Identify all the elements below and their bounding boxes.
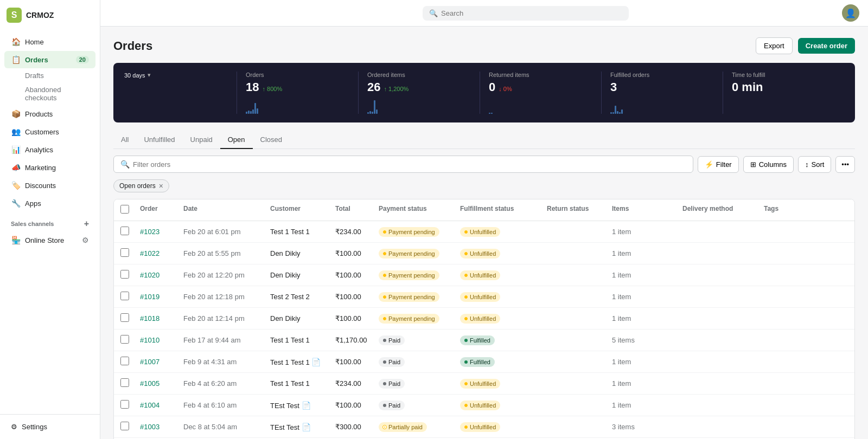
order-payment-status: Payment pending — [379, 227, 460, 237]
page-header: Orders Export Create order — [113, 37, 855, 54]
filter-search-input[interactable] — [133, 160, 686, 169]
table-row[interactable]: #1023 Feb 20 at 6:01 pm Test 1 Test 1 ₹2… — [114, 221, 854, 243]
order-number[interactable]: #1019 — [140, 293, 183, 301]
order-date: Feb 20 at 12:14 pm — [183, 314, 270, 322]
sidebar-item-settings[interactable]: ⚙ Settings — [4, 419, 95, 435]
tab-open[interactable]: Open — [220, 131, 253, 149]
table-row[interactable]: #1003 Dec 8 at 5:04 am TEst Test 📄 ₹300.… — [114, 416, 854, 438]
columns-button[interactable]: ⊞ Columns — [743, 156, 794, 173]
order-customer: Den Dikiy — [270, 249, 335, 257]
products-icon: 📦 — [11, 109, 21, 119]
order-number[interactable]: #1005 — [140, 379, 183, 388]
order-fulfillment-status: Fulfilled — [460, 357, 547, 367]
sidebar-item-orders[interactable]: 📋 Orders 20 — [4, 51, 95, 68]
search-bar[interactable]: 🔍 — [423, 6, 629, 21]
fulfilled-orders-chart — [610, 98, 714, 114]
sidebar-item-drafts[interactable]: Drafts — [4, 69, 95, 82]
open-orders-filter-tag[interactable]: Open orders × — [113, 179, 169, 192]
create-order-button[interactable]: Create order — [798, 38, 855, 54]
table-row[interactable]: #1004 Feb 4 at 6:10 am TEst Test 📄 ₹100.… — [114, 395, 854, 416]
more-options-button[interactable]: ••• — [835, 156, 855, 173]
table-row[interactable]: #1022 Feb 20 at 5:55 pm Den Dikiy ₹100.0… — [114, 243, 854, 264]
stats-bar: 30 days ▾ Orders 18 ↑ 800% Ordered items… — [113, 63, 855, 122]
avatar[interactable]: 👤 — [842, 4, 859, 22]
sidebar-item-customers[interactable]: 👥 Customers — [4, 123, 95, 140]
search-input[interactable] — [441, 9, 622, 17]
sidebar-item-online-store[interactable]: 🏪 Online Store ⚙ — [4, 231, 95, 249]
row-checkbox[interactable] — [120, 248, 129, 257]
order-items: 1 item — [612, 228, 682, 236]
payment-dot — [383, 425, 386, 429]
row-checkbox[interactable] — [120, 313, 129, 322]
row-checkbox[interactable] — [120, 292, 129, 300]
fulfillment-dot — [464, 339, 468, 342]
order-number[interactable]: #1022 — [140, 249, 183, 257]
order-number[interactable]: #1023 — [140, 228, 183, 236]
fulfillment-dot — [464, 252, 468, 255]
app-logo[interactable]: S CRMOZ — [0, 0, 100, 30]
sidebar-item-analytics[interactable]: 📊 Analytics — [4, 141, 95, 158]
tab-unpaid[interactable]: Unpaid — [183, 131, 220, 149]
order-fulfillment-status: Fulfilled — [460, 335, 547, 345]
order-number[interactable]: #1010 — [140, 336, 183, 344]
sidebar-item-discounts[interactable]: 🏷️ Discounts — [4, 177, 95, 194]
order-items: 1 item — [612, 314, 682, 322]
order-number[interactable]: #1004 — [140, 401, 183, 409]
order-number[interactable]: #1020 — [140, 271, 183, 279]
row-checkbox[interactable] — [120, 400, 129, 409]
store-settings-icon[interactable]: ⚙ — [82, 236, 89, 244]
row-checkbox[interactable] — [120, 227, 129, 235]
nav-label-apps: Apps — [25, 199, 41, 208]
sidebar-item-marketing[interactable]: 📣 Marketing — [4, 159, 95, 176]
order-number[interactable]: #1003 — [140, 423, 183, 431]
col-fulfillment-status: Fulfillment status — [460, 205, 547, 215]
stat-period[interactable]: 30 days ▾ — [124, 72, 237, 114]
tab-closed[interactable]: Closed — [253, 131, 290, 149]
sort-button[interactable]: ↕ Sort — [798, 156, 831, 173]
orders-chart — [246, 98, 349, 114]
table-row[interactable]: #1019 Feb 20 at 12:18 pm Test 2 Test 2 ₹… — [114, 286, 854, 308]
order-fulfillment-status: Unfulfilled — [460, 249, 547, 259]
filter-button[interactable]: ⚡ Filter — [698, 156, 739, 173]
sidebar-item-products[interactable]: 📦 Products — [4, 105, 95, 122]
fulfillment-status-badge: Unfulfilled — [460, 314, 500, 324]
row-checkbox[interactable] — [120, 335, 129, 344]
stat-orders: Orders 18 ↑ 800% — [237, 72, 359, 114]
tab-unfulfilled[interactable]: Unfulfilled — [136, 131, 182, 149]
sidebar-item-abandoned-checkouts[interactable]: Abandoned checkouts — [4, 83, 95, 105]
sidebar-item-home[interactable]: 🏠 Home — [4, 33, 95, 50]
add-sales-channel-icon[interactable]: + — [84, 219, 89, 229]
row-checkbox[interactable] — [120, 270, 129, 279]
nav-label-marketing: Marketing — [25, 164, 56, 172]
order-items: 1 item — [612, 293, 682, 301]
table-row[interactable]: #1010 Feb 17 at 9:44 am Test 1 Test 1 ₹1… — [114, 330, 854, 351]
order-number[interactable]: #1007 — [140, 358, 183, 366]
stat-returned-items-change: ↓ 0% — [499, 86, 512, 92]
order-date: Feb 17 at 9:44 am — [183, 336, 270, 344]
order-fulfillment-status: Unfulfilled — [460, 227, 547, 237]
remove-filter-icon[interactable]: × — [159, 182, 163, 190]
page-content: Orders Export Create order 30 days ▾ Ord… — [100, 27, 868, 439]
table-row[interactable]: #1020 Feb 20 at 12:20 pm Den Dikiy ₹100.… — [114, 264, 854, 286]
export-button[interactable]: Export — [756, 37, 793, 54]
order-total: ₹100.00 — [335, 249, 379, 257]
filter-search-container[interactable]: 🔍 — [113, 156, 693, 173]
row-checkbox[interactable] — [120, 422, 129, 430]
select-all-checkbox[interactable] — [120, 205, 129, 214]
fulfillment-status-badge: Unfulfilled — [460, 249, 500, 259]
stat-ordered-items-label: Ordered items — [367, 72, 471, 78]
sidebar-item-apps[interactable]: 🔧 Apps — [4, 195, 95, 212]
nav-label-discounts: Discounts — [25, 182, 56, 190]
returned-items-chart — [489, 98, 592, 114]
col-date: Date — [183, 205, 270, 215]
order-number[interactable]: #1018 — [140, 314, 183, 322]
row-checkbox[interactable] — [120, 357, 129, 365]
table-row[interactable]: #1018 Feb 20 at 12:14 pm Den Dikiy ₹100.… — [114, 308, 854, 330]
sort-icon: ↕ — [805, 160, 809, 169]
order-customer: Test 1 Test 1 — [270, 379, 335, 388]
table-row[interactable]: #1007 Feb 9 at 4:31 am Test 1 Test 1 📄 ₹… — [114, 351, 854, 373]
row-checkbox[interactable] — [120, 378, 129, 387]
order-date: Feb 9 at 4:31 am — [183, 358, 270, 366]
table-row[interactable]: #1005 Feb 4 at 6:20 am Test 1 Test 1 ₹23… — [114, 373, 854, 395]
tab-all[interactable]: All — [113, 131, 136, 149]
